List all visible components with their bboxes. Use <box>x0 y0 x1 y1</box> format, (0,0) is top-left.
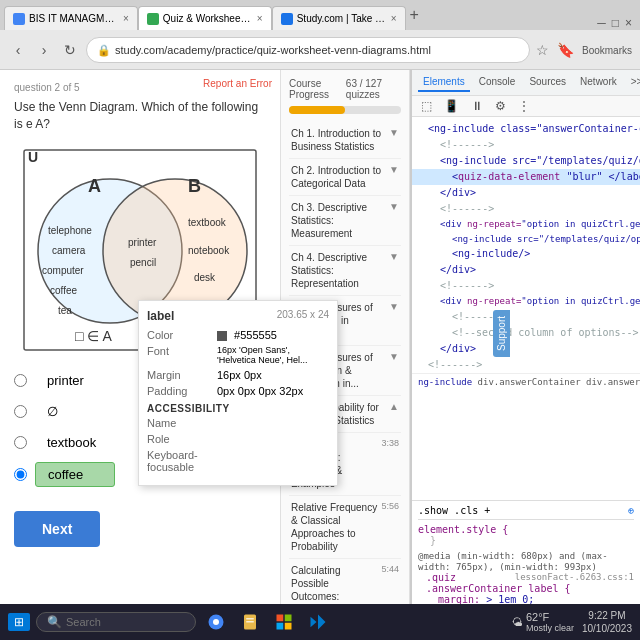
tooltip-element-name: label <box>147 309 174 323</box>
chapter-1-arrow: ▼ <box>389 127 399 138</box>
chapter-6-arrow: ▼ <box>389 351 399 362</box>
tooltip-name-label: Name <box>147 417 217 429</box>
progress-count: 63 / 127 quizzes <box>346 78 401 100</box>
dt-line-10: </div> <box>412 262 640 278</box>
tooltip-name-row: Name <box>147 417 329 429</box>
tab-study[interactable]: Study.com | Take Online Course... × <box>272 6 406 30</box>
css-add-rule-icon[interactable]: ⊕ <box>628 505 634 516</box>
devtools-tab-sources[interactable]: Sources <box>524 73 571 92</box>
devtools-panel: Elements Console Sources Network >> ≡5 ×… <box>410 70 640 640</box>
svg-point-1 <box>213 619 219 625</box>
bookmark-label[interactable]: Bookmarks <box>582 45 632 56</box>
tab-close-quiz[interactable]: × <box>257 13 263 24</box>
chapter-2-name: Ch 2. Introduction to Categorical Data <box>291 164 387 190</box>
start-button[interactable]: ⊞ <box>8 613 30 631</box>
dt-line-14: <!--second column of options--> <box>412 325 640 341</box>
tab-close-bis[interactable]: × <box>123 13 129 24</box>
devtools-tab-elements[interactable]: Elements <box>418 73 470 92</box>
tab-quiz[interactable]: Quiz & Worksheet - Venn Diag... × <box>138 6 272 30</box>
dt-line-2: <!------> <box>412 137 640 153</box>
address-bar[interactable]: 🔒 study.com/academy/practice/quiz-worksh… <box>86 37 530 63</box>
more-icon[interactable]: ⋮ <box>515 98 533 114</box>
progress-bar-container <box>289 106 401 114</box>
refresh-button[interactable]: ↻ <box>60 40 80 60</box>
svg-rect-8 <box>285 623 292 630</box>
taskbar-vs-icon[interactable] <box>304 608 332 636</box>
taskbar-search-input[interactable] <box>66 616 146 628</box>
chapter-2[interactable]: Ch 2. Introduction to Categorical Data ▼ <box>289 159 401 196</box>
devtools-tab-console[interactable]: Console <box>474 73 521 92</box>
minimize-button[interactable]: ─ <box>597 16 606 30</box>
dt-line-5: </div> <box>412 185 640 201</box>
chapter-4[interactable]: Ch 4. Descriptive Statistics: Representa… <box>289 246 401 296</box>
tooltip-color-row: Color #555555 <box>147 329 329 341</box>
chapter-3[interactable]: Ch 3. Descriptive Statistics: Measuremen… <box>289 196 401 246</box>
dt-line-4-selected[interactable]: <quiz-data-element "blur" </label> == <box>412 169 640 185</box>
venn-coffee: coffee <box>50 285 77 296</box>
progress-label: Course Progress <box>289 78 346 100</box>
tooltip-keyboard-label: Keyboard-focusable <box>147 449 217 473</box>
dt-line-6: <!------> <box>412 201 640 217</box>
search-icon: 🔍 <box>47 615 62 629</box>
taskbar: ⊞ 🔍 🌤 62°F Mostly clear 9:22 PM 10/10/20… <box>0 604 640 640</box>
devtools-tab-more[interactable]: >> <box>626 73 640 92</box>
lesson-relative-name: Relative Frequency & Classical Approache… <box>291 501 379 553</box>
radio-coffee[interactable] <box>14 468 27 481</box>
tab-label-quiz: Quiz & Worksheet - Venn Diag... <box>163 13 253 24</box>
radio-empty-set[interactable] <box>14 405 27 418</box>
dt-line-15: </div> <box>412 341 640 357</box>
browser-tabs: BIS IT MANAGMENT - Google S... × Quiz & … <box>0 0 640 30</box>
taskbar-chrome-icon[interactable] <box>202 608 230 636</box>
tab-close-study[interactable]: × <box>391 13 397 24</box>
chapter-3-name: Ch 3. Descriptive Statistics: Measuremen… <box>291 201 387 240</box>
tab-icon-study <box>281 13 293 25</box>
css-element-style-content: } <box>430 535 634 546</box>
css-filter-input[interactable] <box>418 505 628 516</box>
tooltip-padding-value: 0px 0px 0px 32px <box>217 385 303 397</box>
devtools-tab-network[interactable]: Network <box>575 73 622 92</box>
weather-info: 62°F Mostly clear <box>526 611 574 633</box>
dt-line-3: <ng-include src="/templates/quiz/option.… <box>412 153 640 169</box>
chapter-1[interactable]: Ch 1. Introduction to Business Statistic… <box>289 122 401 159</box>
dt-line-13: <!------> <box>412 309 640 325</box>
lesson-relative[interactable]: Relative Frequency & Classical Approache… <box>289 496 401 559</box>
tooltip-margin-row: Margin 16px 0px <box>147 369 329 381</box>
taskbar-right: 🌤 62°F Mostly clear 9:22 PM 10/10/2023 <box>512 609 632 635</box>
inspect-icon[interactable]: ⬚ <box>418 98 435 114</box>
progress-bar-fill <box>289 106 345 114</box>
tab-bis[interactable]: BIS IT MANAGMENT - Google S... × <box>4 6 138 30</box>
back-button[interactable]: ‹ <box>8 40 28 60</box>
star-icon[interactable]: ☆ <box>536 42 549 58</box>
weather-desc: Mostly clear <box>526 623 574 633</box>
new-tab-button[interactable]: + <box>410 6 419 24</box>
venn-tea: tea <box>58 305 72 316</box>
taskbar-app1-icon[interactable] <box>270 608 298 636</box>
chapter-4-name: Ch 4. Descriptive Statistics: Representa… <box>291 251 387 290</box>
taskbar-search-box[interactable]: 🔍 <box>36 612 196 632</box>
main-layout: Report an Error question 2 of 5 Use the … <box>0 70 640 640</box>
maximize-button[interactable]: □ <box>612 16 619 30</box>
css-filter-row: ⊕ <box>418 505 634 520</box>
radio-textbook[interactable] <box>14 436 27 449</box>
label-coffee: coffee <box>35 462 115 487</box>
venn-symbol-row: □ ∈ A <box>75 328 112 344</box>
pause-icon[interactable]: ⏸ <box>468 98 486 114</box>
label-printer: printer <box>35 369 115 392</box>
option-coffee[interactable]: coffee <box>14 462 115 487</box>
weather-temp: 62°F <box>526 611 574 623</box>
tooltip-accessibility-section: ACCESSIBILITY <box>147 403 329 414</box>
close-button[interactable]: × <box>625 16 632 30</box>
taskbar-file-icon[interactable] <box>236 608 264 636</box>
report-error-link[interactable]: Report an Error <box>203 78 272 89</box>
next-button[interactable]: Next <box>14 511 100 547</box>
clock-date: 10/10/2023 <box>582 622 632 635</box>
device-icon[interactable]: 📱 <box>441 98 462 114</box>
settings-icon[interactable]: ⚙ <box>492 98 509 114</box>
tooltip-font-value: 16px 'Open Sans', 'Helvetica Neue', Hel.… <box>217 345 329 365</box>
bookmark-icon[interactable]: 🔖 <box>557 42 574 58</box>
forward-button[interactable]: › <box>34 40 54 60</box>
support-tab[interactable]: Support <box>493 310 510 357</box>
lesson-calculating[interactable]: Calculating Possible Outcomes: 5:44 <box>289 559 401 609</box>
tooltip-font-row: Font 16px 'Open Sans', 'Helvetica Neue',… <box>147 345 329 365</box>
radio-printer[interactable] <box>14 374 27 387</box>
